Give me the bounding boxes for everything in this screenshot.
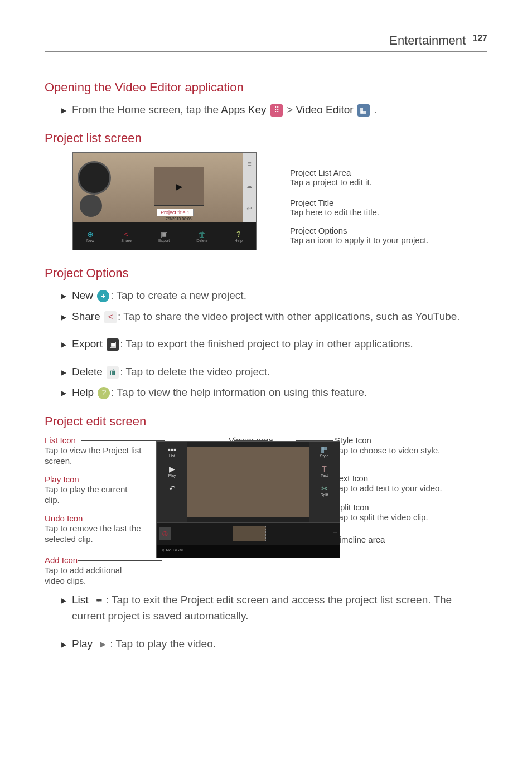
- list-button: ▪▪▪List: [157, 442, 187, 461]
- list-description: ▶ List ▪▪▪: Tap to exit the Project edit…: [61, 592, 487, 624]
- viewer-area: [187, 447, 310, 517]
- text-button: TText: [309, 461, 340, 481]
- apps-key-label: Apps Key: [221, 104, 266, 115]
- intro-line: ▶ From the Home screen, tap the Apps Key…: [61, 101, 487, 118]
- project-date: 7/3/2013 08:06: [166, 217, 192, 221]
- video-editor-label: Video Editor: [296, 104, 353, 115]
- help-icon: ?: [98, 387, 110, 399]
- play-description: ▶ Play ▶: Tap to play the video.: [61, 636, 487, 652]
- delete-icon: 🗑: [107, 366, 119, 379]
- project-options-bar: ⊕New <Share ▣Export 🗑Delete ?Help: [73, 222, 256, 250]
- timeline-menu-icon: ≡: [333, 529, 337, 538]
- heading-opening: Opening the Video Editor application: [45, 80, 487, 95]
- heading-project-options: Project Options: [45, 266, 487, 280]
- project-thumbnail: ▶: [154, 167, 204, 206]
- timeline-clip: [233, 526, 266, 541]
- share-icon: <: [104, 311, 117, 323]
- play-button: ▶Play: [157, 461, 187, 481]
- header-section: Entertainment: [389, 33, 466, 47]
- new-icon: +: [97, 290, 109, 302]
- project-list-diagram: ▶ Project title 1 7/3/2013 08:06 ≡ ☁ ↩ ⊕…: [72, 152, 487, 253]
- page-number: 127: [472, 33, 487, 43]
- apps-key-icon: ⠿: [270, 104, 283, 117]
- film-reel-icon: [80, 195, 102, 217]
- undo-button: ↶: [157, 481, 187, 496]
- video-editor-icon: ▦: [357, 104, 370, 117]
- add-clip-icon: ⊕: [159, 527, 171, 540]
- back-icon: ↩: [243, 197, 256, 220]
- audio-track: ♫ No BGM: [157, 545, 340, 558]
- cloud-icon: ☁: [243, 175, 256, 197]
- bullet-triangle-icon: ▶: [61, 105, 66, 116]
- split-button: ✂Split: [309, 481, 340, 500]
- page-header: Entertainment 127: [45, 33, 487, 52]
- heading-project-edit: Project edit screen: [45, 414, 487, 429]
- timeline-area: ⊕ ≡: [157, 522, 340, 545]
- film-reel-icon: [78, 161, 111, 195]
- menu-icon: ≡: [243, 153, 256, 175]
- project-edit-mock: ▪▪▪List ▶Play ↶ ▦Style TText ✂Split ⊕ ≡ …: [156, 441, 340, 558]
- project-list-mock: ▶ Project title 1 7/3/2013 08:06 ≡ ☁ ↩ ⊕…: [72, 152, 257, 250]
- list-icon: ▪▪▪: [93, 594, 105, 607]
- export-icon: ▣: [107, 338, 119, 351]
- project-title-box: Project title 1: [157, 209, 194, 216]
- heading-project-list: Project list screen: [45, 131, 487, 146]
- style-button: ▦Style: [309, 442, 340, 461]
- project-edit-diagram: List IconTap to view the Project list sc…: [45, 435, 487, 580]
- play-icon: ▶: [96, 638, 109, 650]
